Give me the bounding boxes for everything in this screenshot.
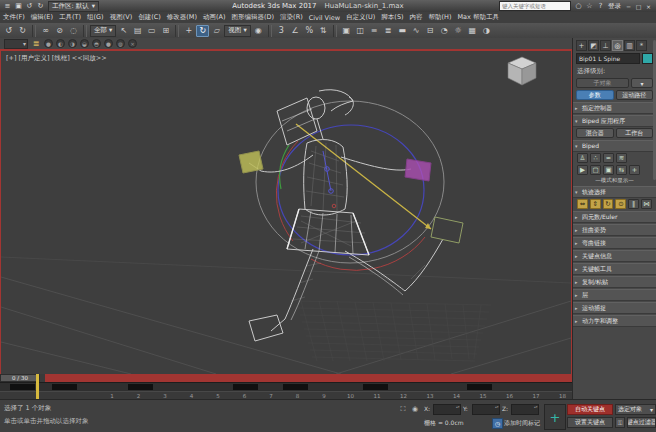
favorites-icon[interactable]: ☆ xyxy=(585,2,594,11)
app-menu-icon[interactable]: ≡ xyxy=(3,2,12,11)
keyframe-marker[interactable] xyxy=(10,384,35,390)
workbench-button[interactable]: 工作台 xyxy=(616,128,654,138)
align-icon[interactable]: ≡ xyxy=(368,25,381,37)
viewport-label[interactable]: [+] [用户定义] [线框] <<回放>> xyxy=(6,54,107,63)
lock-com-keying-icon[interactable]: ⊙ xyxy=(615,199,626,209)
menu-item[interactable]: Max 帮助工具 xyxy=(455,13,503,22)
menu-item[interactable]: 修改器(M) xyxy=(164,13,200,22)
rollout-header[interactable]: 弯曲链接 xyxy=(573,237,656,249)
footstep-mode-icon[interactable]: ∴ xyxy=(590,153,601,163)
symmetrical-icon[interactable]: ∥ xyxy=(628,199,639,209)
rollout-biped-apps[interactable]: Biped 应用程序 xyxy=(573,115,656,127)
tool-icon-8[interactable]: × xyxy=(128,39,137,48)
menu-item[interactable]: 工具(T) xyxy=(56,13,84,22)
layer-manager-icon[interactable]: ≣ xyxy=(382,25,395,37)
tab-utilities[interactable]: * xyxy=(636,40,647,51)
layer-stack-icon[interactable]: ≣ xyxy=(31,39,41,48)
tool-icon-2[interactable]: ◐ xyxy=(56,39,65,48)
close-button[interactable]: × xyxy=(644,2,653,11)
material-editor-icon[interactable]: ◔ xyxy=(438,25,451,37)
unlink-selection-icon[interactable]: ⊘ xyxy=(53,25,66,37)
bind-spacewarp-icon[interactable]: ◌ xyxy=(67,25,80,37)
keyframe-marker[interactable] xyxy=(283,384,308,390)
set-keys-button[interactable]: + xyxy=(544,404,566,430)
rollout-assign-controller[interactable]: 指定控制器 xyxy=(573,102,656,114)
menu-item[interactable]: 自定义(U) xyxy=(343,13,378,22)
percent-snap-icon[interactable]: % xyxy=(303,25,316,37)
menu-item[interactable]: 图形编辑器(D) xyxy=(229,13,278,22)
menu-item[interactable]: Civil View xyxy=(306,14,343,22)
menu-item[interactable]: 内容 xyxy=(407,13,426,22)
menu-item[interactable]: 视图(V) xyxy=(107,13,136,22)
sign-in-button[interactable]: 登录 xyxy=(608,2,621,11)
schematic-view-icon[interactable]: ⊟ xyxy=(424,25,437,37)
tab-hierarchy[interactable]: ⊥ xyxy=(600,40,611,51)
menu-item[interactable]: 创建(C) xyxy=(135,13,164,22)
tool-icon-7[interactable]: ◍ xyxy=(116,39,125,48)
select-scale-icon[interactable]: ▱ xyxy=(210,25,223,37)
z-coordinate-field[interactable] xyxy=(511,404,539,415)
object-name-field[interactable]: Bip01 L Spine xyxy=(576,53,640,64)
tool-icon-5[interactable]: ◓ xyxy=(92,39,101,48)
ribbon-toggle-icon[interactable]: ▬ xyxy=(396,25,409,37)
named-selection-sets-icon[interactable]: ▣ xyxy=(340,25,353,37)
rollout-header[interactable]: 关键点信息 xyxy=(573,250,656,262)
move-all-mode-icon[interactable]: + xyxy=(629,165,640,175)
infocenter-search-input[interactable] xyxy=(499,1,571,11)
menu-item[interactable]: 渲染(R) xyxy=(277,13,306,22)
redo-icon[interactable]: ↻ xyxy=(36,2,45,11)
select-rotate-icon[interactable]: ↻ xyxy=(196,25,209,37)
tab-create[interactable]: + xyxy=(576,40,587,51)
selection-filter-dropdown[interactable]: 全部 ▾ xyxy=(90,25,116,37)
keyframe-marker[interactable] xyxy=(467,384,492,390)
mirror-icon[interactable]: ◫ xyxy=(354,25,367,37)
curve-editor-icon[interactable]: ∿ xyxy=(410,25,423,37)
viewport-canvas[interactable] xyxy=(1,51,571,374)
window-crossing-icon[interactable]: ⊞ xyxy=(159,25,172,37)
rollout-biped[interactable]: Biped xyxy=(573,140,656,152)
tab-modify[interactable]: ◩ xyxy=(588,40,599,51)
parameters-button[interactable]: 参数 xyxy=(576,90,614,100)
menu-item[interactable]: 动画(A) xyxy=(200,13,229,22)
menu-item[interactable]: 编辑(E) xyxy=(28,13,56,22)
modes-display-separator[interactable]: —模式和显示— xyxy=(573,176,656,185)
rollout-header[interactable]: 复制/粘贴 xyxy=(573,276,656,288)
auto-key-button[interactable]: 自动关键点 xyxy=(567,404,613,415)
redo-icon[interactable]: ↻ xyxy=(16,25,29,37)
workspace-dropdown[interactable]: 工作区: 默认▾ xyxy=(48,1,99,12)
reference-coordinate-dropdown[interactable]: 视图 ▾ xyxy=(224,25,250,37)
figure-mode-icon[interactable]: ♙ xyxy=(577,153,588,163)
rollout-header[interactable]: 运动捕捉 xyxy=(573,302,656,314)
body-rotation-icon[interactable]: ↻ xyxy=(603,199,614,209)
minimize-button[interactable]: ─ xyxy=(624,2,633,11)
rollout-track-selection[interactable]: 轨迹选择 xyxy=(573,186,656,198)
keyframe-marker[interactable] xyxy=(128,384,153,390)
search-icon[interactable]: ○ xyxy=(574,2,583,11)
angle-snap-icon[interactable]: ∠ xyxy=(289,25,302,37)
tool-icon-3[interactable]: ◑ xyxy=(68,39,77,48)
maximize-button[interactable]: □ xyxy=(634,2,643,11)
selection-lock-icon[interactable]: ◉ xyxy=(410,404,420,414)
tool-icon-4[interactable]: ◒ xyxy=(80,39,89,48)
rendered-frame-icon[interactable]: ▦ xyxy=(466,25,479,37)
save-file-icon[interactable]: ▣ xyxy=(603,165,614,175)
snap-toggle-icon[interactable]: 3 xyxy=(275,25,288,37)
viewport[interactable]: [+] [用户定义] [线框] <<回放>> xyxy=(0,49,572,374)
object-color-swatch[interactable] xyxy=(642,53,653,64)
sub-object-button[interactable]: 子对象 xyxy=(576,78,629,88)
body-horizontal-icon[interactable]: ⇔ xyxy=(577,199,588,209)
isolate-selection-icon[interactable]: ⛶ xyxy=(398,404,408,414)
save-icon[interactable]: ▣ xyxy=(14,2,23,11)
tab-display[interactable]: ▥ xyxy=(624,40,635,51)
rollout-header[interactable]: 关键帧工具 xyxy=(573,263,656,275)
sub-object-dropdown[interactable]: ▾ xyxy=(631,78,653,88)
opposite-icon[interactable]: ⋈ xyxy=(641,199,652,209)
load-file-icon[interactable]: ▢ xyxy=(590,165,601,175)
keyframe-marker[interactable] xyxy=(52,384,77,390)
rollout-header[interactable]: 四元数/Euler xyxy=(573,211,656,223)
undo-icon[interactable]: ↺ xyxy=(2,25,15,37)
tool-icon-6[interactable]: ● xyxy=(104,39,113,48)
mixer-button[interactable]: 混合器 xyxy=(576,128,614,138)
select-object-icon[interactable]: ↖ xyxy=(117,25,130,37)
select-by-name-icon[interactable]: ▤ xyxy=(131,25,144,37)
